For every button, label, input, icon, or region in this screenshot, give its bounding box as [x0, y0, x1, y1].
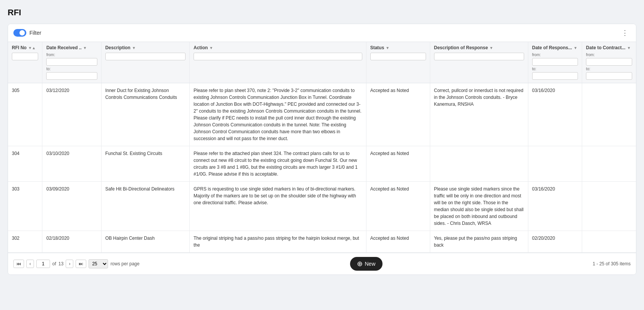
th-date-response: Date of Respons... ▼ from: to: — [528, 42, 582, 83]
page-of-label: of — [52, 261, 56, 266]
cell-rfi-no: 305 — [8, 83, 42, 146]
cell-date-contract — [582, 83, 636, 146]
cell-description: Funchal St. Existing Circuits — [101, 146, 189, 182]
filter-date-from[interactable] — [46, 58, 97, 66]
filter-label: Filter — [29, 30, 41, 36]
table-header-row: RFI No ▼▲ Date Received .. ▼ — [8, 42, 636, 83]
page-container: RFI Filter ⋮ — [0, 0, 644, 310]
cell-date-received: 03/09/2020 — [42, 182, 101, 231]
cell-resp-desc — [430, 146, 528, 182]
item-count: 1 - 25 of 305 items — [593, 261, 631, 266]
table-row[interactable]: 30303/09/2020Safe Hit Bi-Directional Del… — [8, 182, 636, 231]
sort-icon-resp-desc[interactable]: ▼ — [489, 46, 493, 50]
cell-description: Safe Hit Bi-Directional Delineators — [101, 182, 189, 231]
filter-resp-desc[interactable] — [434, 53, 524, 60]
cell-status: Accepted as Noted — [366, 146, 430, 182]
cell-rfi-no: 303 — [8, 182, 42, 231]
total-pages: 13 — [58, 261, 63, 266]
sort-icon-action[interactable]: ▼ — [209, 46, 213, 50]
filter-description[interactable] — [105, 53, 186, 60]
page-title: RFI — [8, 8, 636, 18]
more-options-button[interactable]: ⋮ — [619, 28, 631, 38]
th-date-response-label: Date of Respons... — [532, 45, 572, 50]
cell-date-resp — [528, 146, 582, 182]
sort-icon-rfi[interactable]: ▼▲ — [28, 46, 36, 50]
pagination-next-button[interactable]: › — [66, 260, 73, 268]
cell-date-received: 02/18/2020 — [42, 231, 101, 253]
th-description-label: Description — [105, 45, 131, 50]
cell-description: OB Hairpin Center Dash — [101, 231, 189, 253]
toolbar-actions: ⋮ — [619, 28, 631, 38]
sort-icon-status[interactable]: ▼ — [386, 46, 389, 50]
th-rfi-no-label: RFI No — [12, 45, 27, 50]
pagination-last-button[interactable]: ⏭ — [76, 260, 86, 268]
cell-date-contract — [582, 182, 636, 231]
rfi-table: RFI No ▼▲ Date Received .. ▼ — [8, 42, 636, 253]
th-description: Description ▼ — [101, 42, 189, 83]
table-row[interactable]: 30403/10/2020Funchal St. Existing Circui… — [8, 146, 636, 182]
pagination-first-button[interactable]: ⏮ — [13, 260, 24, 268]
footer-bar: ⏮ ‹ of 13 › ⏭ 25 50 100 rows per page ⊕ … — [8, 253, 636, 274]
filter-date-resp-from[interactable] — [532, 58, 578, 66]
cell-rfi-no: 304 — [8, 146, 42, 182]
cell-description: Inner Duct for Existing Johnson Controls… — [101, 83, 189, 146]
cell-resp-desc: Yes, please put the pass/no pass stripin… — [430, 231, 528, 253]
cell-rfi-no: 302 — [8, 231, 42, 253]
cell-date-contract — [582, 231, 636, 253]
main-card: Filter ⋮ — [8, 24, 636, 275]
cell-status: Accepted as Noted — [366, 231, 430, 253]
filter-date-to-label: to: — [46, 67, 97, 71]
filter-toggle[interactable]: Filter — [13, 29, 41, 37]
th-date-received-label: Date Received .. — [46, 45, 81, 50]
table-row[interactable]: 30503/12/2020Inner Duct for Existing Joh… — [8, 83, 636, 146]
cell-date-received: 03/10/2020 — [42, 146, 101, 182]
pagination: ⏮ ‹ of 13 › ⏭ 25 50 100 rows per page — [13, 259, 139, 268]
filter-date-contract-to[interactable] — [586, 72, 632, 80]
sort-icon-date-resp[interactable]: ▼ — [573, 46, 577, 50]
table-wrapper: RFI No ▼▲ Date Received .. ▼ — [8, 42, 636, 253]
toolbar: Filter ⋮ — [8, 24, 636, 42]
th-rfi-no: RFI No ▼▲ — [8, 42, 42, 83]
cell-date-resp: 03/16/2020 — [528, 182, 582, 231]
filter-date-contract-from[interactable] — [586, 58, 632, 66]
cell-date-contract — [582, 146, 636, 182]
cell-date-resp: 02/20/2020 — [528, 231, 582, 253]
cell-action: GPRS is requesting to use single sided m… — [190, 182, 366, 231]
sort-icon-description[interactable]: ▼ — [132, 46, 136, 50]
th-date-contract-label: Date to Contract... — [586, 45, 625, 50]
th-status: Status ▼ — [366, 42, 430, 83]
cell-status: Accepted as Noted — [366, 182, 430, 231]
new-button-icon: ⊕ — [357, 260, 363, 268]
filter-toggle-switch[interactable] — [13, 29, 26, 37]
pagination-prev-button[interactable]: ‹ — [26, 260, 34, 268]
filter-action[interactable] — [194, 53, 362, 60]
sort-icon-date-contract[interactable]: ▼ — [627, 46, 631, 50]
cell-action: Please refer to the attached plan sheet … — [190, 146, 366, 182]
rows-per-page-select[interactable]: 25 50 100 — [89, 259, 108, 268]
new-button[interactable]: ⊕ New — [350, 257, 383, 271]
filter-date-to[interactable] — [46, 72, 97, 80]
th-status-label: Status — [370, 45, 384, 50]
table-body: 30503/12/2020Inner Duct for Existing Joh… — [8, 83, 636, 253]
rows-per-page-label: rows per page — [110, 261, 139, 266]
filter-date-resp-to[interactable] — [532, 72, 578, 80]
th-action-label: Action — [194, 45, 208, 50]
table-row[interactable]: 30202/18/2020OB Hairpin Center DashThe o… — [8, 231, 636, 253]
cell-resp-desc: Correct, pullcord or innerduct is not re… — [430, 83, 528, 146]
cell-date-received: 03/12/2020 — [42, 83, 101, 146]
filter-status[interactable] — [370, 53, 426, 60]
th-date-contract: Date to Contract... ▼ from: to: — [582, 42, 636, 83]
filter-rfi-no[interactable] — [12, 53, 38, 60]
new-button-label: New — [365, 261, 376, 267]
filter-date-from-label: from: — [46, 53, 97, 57]
sort-icon-date[interactable]: ▼ — [83, 46, 87, 50]
cell-status: Accepted as Noted — [366, 83, 430, 146]
th-desc-response: Description of Response ▼ — [430, 42, 528, 83]
filter-date-contract-to-label: to: — [586, 67, 632, 71]
th-date-received: Date Received .. ▼ from: to: — [42, 42, 101, 83]
filter-date-contract-from-label: from: — [586, 53, 632, 57]
cell-action: The original striping had a pass/no pass… — [190, 231, 366, 253]
page-number-input[interactable] — [36, 260, 50, 268]
th-action: Action ▼ — [190, 42, 366, 83]
filter-date-resp-to-label: to: — [532, 67, 578, 71]
